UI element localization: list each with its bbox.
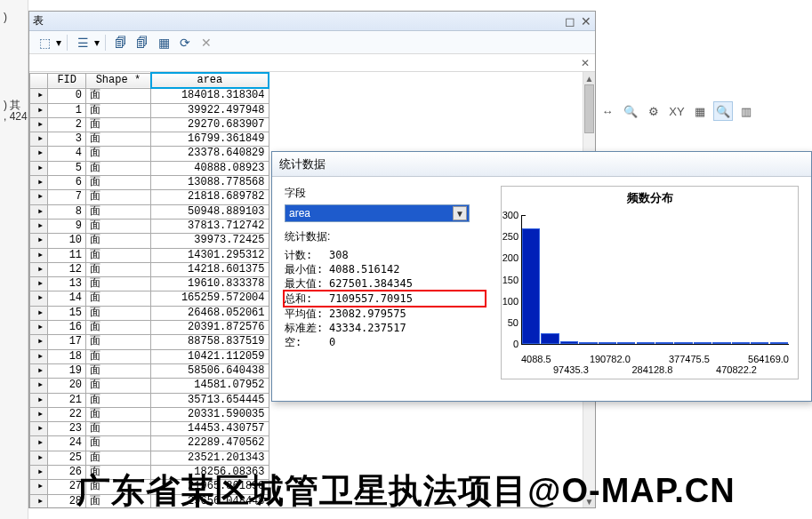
- column-header-row[interactable]: [30, 73, 48, 88]
- xy-button[interactable]: XY: [667, 101, 687, 121]
- delete-selection-button[interactable]: ✕: [197, 34, 216, 52]
- table-row[interactable]: ▸17面88758.837519: [30, 335, 269, 349]
- row-selector[interactable]: ▸: [30, 291, 48, 306]
- switch-selection-button[interactable]: 🗐: [133, 34, 152, 52]
- table-row[interactable]: ▸0面184018.318304: [30, 88, 269, 103]
- measure-button[interactable]: ↔: [598, 101, 617, 121]
- histogram-bar: [770, 342, 788, 344]
- cell-area: 14453.430757: [151, 422, 269, 436]
- row-selector[interactable]: ▸: [30, 494, 48, 507]
- table-row[interactable]: ▸15面26468.052061: [30, 306, 269, 320]
- close-icon[interactable]: ✕: [581, 14, 591, 28]
- table-row[interactable]: ▸25面23521.201343: [30, 451, 269, 465]
- y-tick-label: 250: [502, 231, 522, 242]
- row-selector[interactable]: ▸: [30, 436, 48, 451]
- row-selector[interactable]: ▸: [30, 349, 48, 363]
- field-combo-value: area: [289, 207, 310, 220]
- table-row[interactable]: ▸27面21965.861898: [30, 480, 269, 494]
- table-row[interactable]: ▸24面22289.470562: [30, 436, 269, 451]
- table-row[interactable]: ▸8面50948.889103: [30, 204, 269, 219]
- select-by-attributes-button[interactable]: 🗐: [111, 34, 131, 52]
- row-selector[interactable]: ▸: [30, 117, 48, 132]
- cell-area: 14301.295312: [151, 248, 269, 262]
- row-selector[interactable]: ▸: [30, 393, 48, 407]
- cell-area: 23378.640829: [151, 147, 269, 161]
- table-row[interactable]: ▸9面37813.712742: [30, 219, 269, 233]
- cell-fid: 20: [48, 379, 86, 393]
- row-selector[interactable]: ▸: [30, 480, 48, 494]
- scroll-thumb[interactable]: [584, 84, 594, 133]
- histogram-bar: [617, 342, 635, 344]
- overview-button[interactable]: ▥: [736, 101, 756, 121]
- column-header-fid[interactable]: FID: [48, 73, 86, 88]
- table-row[interactable]: ▸22面20331.590035: [30, 407, 269, 421]
- row-selector[interactable]: ▸: [30, 335, 48, 349]
- table-row[interactable]: ▸3面16799.361849: [30, 132, 269, 147]
- table-titlebar[interactable]: 表 ◻ ✕: [29, 12, 595, 31]
- row-selector[interactable]: ▸: [30, 363, 48, 378]
- row-selector[interactable]: ▸: [30, 204, 48, 219]
- table-row[interactable]: ▸13面19610.833378: [30, 277, 269, 291]
- row-selector[interactable]: ▸: [30, 422, 48, 436]
- column-header-area[interactable]: area: [151, 73, 269, 88]
- clear-selection-button[interactable]: ▦: [154, 34, 173, 52]
- mean-value: 23082.979575: [329, 307, 485, 321]
- table-row[interactable]: ▸2面29270.683907: [30, 117, 269, 132]
- row-selector[interactable]: ▸: [30, 103, 48, 117]
- row-selector[interactable]: ▸: [30, 379, 48, 393]
- row-selector[interactable]: ▸: [30, 190, 48, 204]
- row-selector[interactable]: ▸: [30, 176, 48, 190]
- std-value: 43334.237517: [329, 321, 485, 335]
- table-row[interactable]: ▸6面13088.778568: [30, 176, 269, 190]
- scroll-down-icon[interactable]: ▼: [583, 495, 595, 507]
- table-options-button[interactable]: ⬚: [35, 34, 54, 52]
- column-header-shape[interactable]: Shape *: [86, 73, 151, 88]
- table-row[interactable]: ▸14面165259.572004: [30, 291, 269, 306]
- row-selector[interactable]: ▸: [30, 161, 48, 175]
- table-row[interactable]: ▸16面20391.872576: [30, 321, 269, 335]
- row-selector[interactable]: ▸: [30, 88, 48, 103]
- row-selector[interactable]: ▸: [30, 248, 48, 262]
- zoom-selection-button[interactable]: ⟳: [175, 34, 195, 52]
- row-selector[interactable]: ▸: [30, 219, 48, 233]
- related-tables-button[interactable]: ☰: [73, 34, 92, 52]
- statistics-titlebar[interactable]: 统计数据: [272, 152, 811, 177]
- tab-close-icon[interactable]: ✕: [581, 57, 590, 69]
- table-row[interactable]: ▸12面14218.601375: [30, 262, 269, 276]
- row-selector[interactable]: ▸: [30, 466, 48, 480]
- find-button[interactable]: 🔍: [621, 101, 640, 121]
- table-row[interactable]: ▸11面14301.295312: [30, 248, 269, 262]
- table-row[interactable]: ▸19面58506.640438: [30, 363, 269, 378]
- table-row[interactable]: ▸18面10421.112059: [30, 349, 269, 363]
- row-selector[interactable]: ▸: [30, 407, 48, 421]
- scroll-up-icon[interactable]: ▲: [583, 72, 595, 84]
- row-selector[interactable]: ▸: [30, 147, 48, 161]
- cell-area: 21965.861898: [151, 480, 269, 494]
- histogram-bar: [522, 228, 540, 345]
- attribute-table[interactable]: FID Shape * area ▸0面184018.318304▸1面3992…: [29, 72, 269, 507]
- row-selector[interactable]: ▸: [30, 321, 48, 335]
- zoom-button[interactable]: 🔍: [713, 101, 733, 121]
- field-combo[interactable]: area ▼: [285, 204, 470, 222]
- table-row[interactable]: ▸26面18256.08363: [30, 466, 269, 480]
- cell-shape: 面: [86, 277, 151, 291]
- table-row[interactable]: ▸4面23378.640829: [30, 147, 269, 161]
- table-row[interactable]: ▸20面14581.07952: [30, 379, 269, 393]
- timeslider-button[interactable]: ▦: [690, 101, 710, 121]
- dock-icon[interactable]: ◻: [565, 14, 575, 28]
- table-row[interactable]: ▸23面14453.430757: [30, 422, 269, 436]
- table-row[interactable]: ▸28面29656.048448: [30, 494, 269, 507]
- row-selector[interactable]: ▸: [30, 306, 48, 320]
- row-selector[interactable]: ▸: [30, 451, 48, 465]
- row-selector[interactable]: ▸: [30, 234, 48, 248]
- chevron-down-icon[interactable]: ▼: [453, 206, 467, 220]
- table-row[interactable]: ▸21面35713.654445: [30, 393, 269, 407]
- row-selector[interactable]: ▸: [30, 277, 48, 291]
- table-row[interactable]: ▸7面21818.689782: [30, 190, 269, 204]
- row-selector[interactable]: ▸: [30, 262, 48, 276]
- table-row[interactable]: ▸5面40888.08923: [30, 161, 269, 175]
- row-selector[interactable]: ▸: [30, 132, 48, 147]
- table-row[interactable]: ▸1面39922.497948: [30, 103, 269, 117]
- table-row[interactable]: ▸10面39973.72425: [30, 234, 269, 248]
- settings-button[interactable]: ⚙: [644, 101, 663, 121]
